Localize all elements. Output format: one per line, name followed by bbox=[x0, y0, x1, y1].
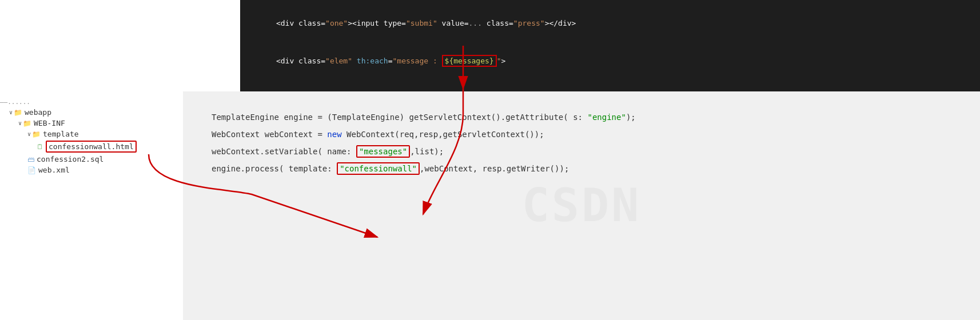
sql-file-icon: 🗃 bbox=[27, 155, 34, 163]
folder-icon: 📁 bbox=[14, 109, 22, 117]
java-line-1: TemplateEngine engine = (TemplateEngine)… bbox=[212, 109, 951, 126]
tree-dashes: ——...... bbox=[0, 97, 183, 107]
tree-confession2-sql[interactable]: 🗃 confession2.sql bbox=[0, 154, 183, 165]
chevron-down-icon: ∨ bbox=[9, 109, 13, 115]
code-editor: <div class="one"><input type="submi" val… bbox=[240, 0, 980, 91]
xml-file-icon: 📄 bbox=[27, 166, 36, 174]
code-line-1: <div class="one"><input type="submi" val… bbox=[249, 5, 971, 42]
java-line-3: webContext.setVariable( name: "messages"… bbox=[212, 143, 951, 160]
watermark: CSDN bbox=[522, 197, 642, 214]
webapp-label: webapp bbox=[25, 108, 51, 117]
file-tree: ——...... ∨ 📁 webapp ∨ 📁 WEB-INF ∨ 📁 temp… bbox=[0, 91, 183, 320]
chevron-down-icon: ∨ bbox=[27, 131, 31, 137]
java-line-4: engine.process( template: "confessionwal… bbox=[212, 160, 951, 177]
tree-webapp[interactable]: ∨ 📁 webapp bbox=[0, 107, 183, 118]
webinf-label: WEB-INF bbox=[34, 119, 65, 127]
web-xml-label: web.xml bbox=[38, 166, 70, 174]
template-label: template bbox=[43, 130, 79, 138]
java-line-2: WebContext webContext = new WebContext(r… bbox=[212, 126, 951, 143]
chevron-down-icon: ∨ bbox=[18, 120, 22, 126]
folder-icon: 📁 bbox=[23, 119, 31, 127]
tree-webinf[interactable]: ∨ 📁 WEB-INF bbox=[0, 118, 183, 129]
confession2-sql-label: confession2.sql bbox=[37, 155, 103, 163]
java-code-area: CSDN TemplateEngine engine = (TemplateEn… bbox=[183, 91, 980, 320]
confessionwall-html-label: confessionwall.html bbox=[49, 142, 134, 151]
html-file-icon: 🗒 bbox=[37, 143, 43, 151]
tree-confessionwall-html[interactable]: 🗒 confessionwall.html bbox=[0, 139, 183, 154]
tree-web-xml[interactable]: 📄 web.xml bbox=[0, 165, 183, 175]
code-line-2: <div class="elem" th:each="message : ${m… bbox=[249, 42, 971, 80]
folder-icon: 📁 bbox=[32, 130, 41, 138]
tree-template[interactable]: ∨ 📁 template bbox=[0, 129, 183, 139]
code-line-3: <span th:text="${message.from}">wz</span… bbox=[249, 80, 971, 91]
